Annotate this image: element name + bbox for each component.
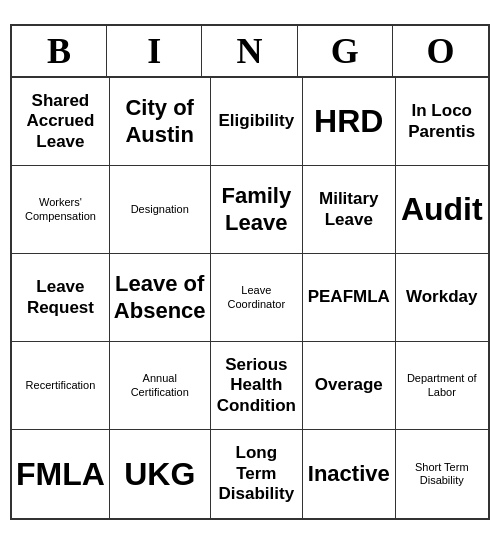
bingo-cell: Family Leave	[211, 166, 303, 254]
bingo-grid: Shared Accrued LeaveCity of AustinEligib…	[12, 78, 488, 518]
bingo-cell: Recertification	[12, 342, 110, 430]
bingo-cell: Leave Request	[12, 254, 110, 342]
bingo-cell-text: Designation	[131, 203, 189, 216]
bingo-header-letter: N	[202, 26, 297, 76]
bingo-cell-text: Long Term Disability	[215, 443, 298, 504]
bingo-cell-text: Eligibility	[219, 111, 295, 131]
bingo-cell: Designation	[110, 166, 211, 254]
bingo-cell: Audit	[396, 166, 488, 254]
bingo-cell-text: Leave Request	[16, 277, 105, 318]
bingo-cell-text: Short Term Disability	[400, 461, 484, 487]
bingo-header-letter: O	[393, 26, 488, 76]
bingo-cell-text: UKG	[124, 455, 195, 493]
bingo-cell: Department of Labor	[396, 342, 488, 430]
bingo-cell-text: Audit	[401, 190, 483, 228]
bingo-cell: Leave of Absence	[110, 254, 211, 342]
bingo-cell: Short Term Disability	[396, 430, 488, 518]
bingo-cell: Shared Accrued Leave	[12, 78, 110, 166]
bingo-cell-text: In Loco Parentis	[400, 101, 484, 142]
bingo-cell: FMLA	[12, 430, 110, 518]
bingo-cell-text: Recertification	[26, 379, 96, 392]
bingo-header-letter: I	[107, 26, 202, 76]
bingo-cell-text: Military Leave	[307, 189, 390, 230]
bingo-cell-text: Leave of Absence	[114, 271, 206, 324]
bingo-header-letter: B	[12, 26, 107, 76]
bingo-cell: Eligibility	[211, 78, 303, 166]
bingo-cell-text: Workers' Compensation	[16, 196, 105, 222]
bingo-card: BINGO Shared Accrued LeaveCity of Austin…	[10, 24, 490, 520]
bingo-cell: Workday	[396, 254, 488, 342]
bingo-cell-text: City of Austin	[114, 95, 206, 148]
bingo-cell-text: PEAFMLA	[308, 287, 390, 307]
bingo-cell: Inactive	[303, 430, 395, 518]
bingo-cell: City of Austin	[110, 78, 211, 166]
bingo-cell: Serious Health Condition	[211, 342, 303, 430]
bingo-cell-text: Annual Certification	[114, 372, 206, 398]
bingo-cell: In Loco Parentis	[396, 78, 488, 166]
bingo-cell: UKG	[110, 430, 211, 518]
bingo-cell-text: Shared Accrued Leave	[16, 91, 105, 152]
bingo-cell-text: Family Leave	[215, 183, 298, 236]
bingo-cell-text: Overage	[315, 375, 383, 395]
bingo-cell-text: FMLA	[16, 455, 105, 493]
bingo-cell: Overage	[303, 342, 395, 430]
bingo-cell: PEAFMLA	[303, 254, 395, 342]
bingo-header-letter: G	[298, 26, 393, 76]
bingo-cell-text: Department of Labor	[400, 372, 484, 398]
bingo-cell-text: HRD	[314, 102, 383, 140]
bingo-header: BINGO	[12, 26, 488, 78]
bingo-cell-text: Workday	[406, 287, 478, 307]
bingo-cell-text: Leave Coordinator	[215, 284, 298, 310]
bingo-cell: Workers' Compensation	[12, 166, 110, 254]
bingo-cell: HRD	[303, 78, 395, 166]
bingo-cell-text: Inactive	[308, 461, 390, 487]
bingo-cell: Military Leave	[303, 166, 395, 254]
bingo-cell-text: Serious Health Condition	[215, 355, 298, 416]
bingo-cell: Annual Certification	[110, 342, 211, 430]
bingo-cell: Long Term Disability	[211, 430, 303, 518]
bingo-cell: Leave Coordinator	[211, 254, 303, 342]
